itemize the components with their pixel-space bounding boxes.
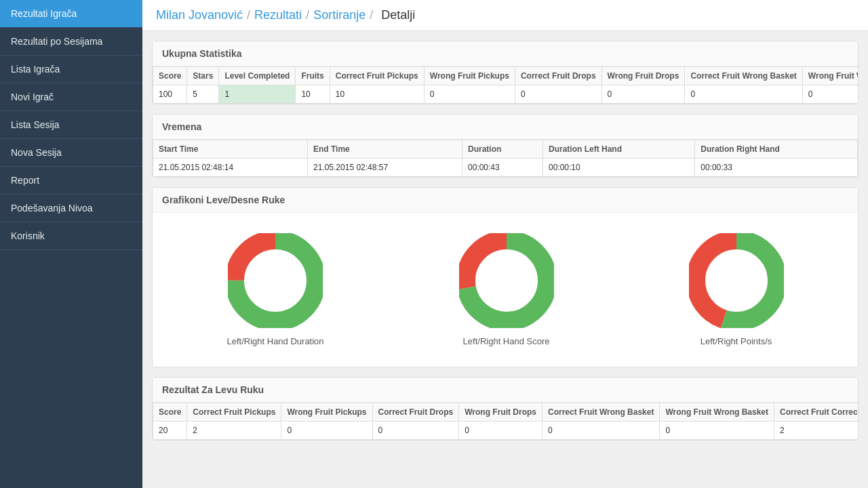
table-cell: 0	[660, 422, 774, 440]
breadcrumb: Milan Jovanović/Rezultati/Sortiranje/Det…	[142, 0, 868, 31]
chart-item: Left/Right Hand Score	[459, 233, 554, 346]
table-cell: 20	[153, 422, 187, 440]
sidebar-item-korisnik[interactable]: Korisnik	[0, 222, 142, 250]
col-header: Wrong Fruit Wrong Basket	[802, 67, 858, 85]
table-cell: 1	[219, 85, 296, 104]
table-cell: 21.05.2015 02:48:14	[153, 159, 308, 177]
table-cell: 10	[330, 85, 424, 104]
col-header: Wrong Fruit Drops	[459, 403, 542, 422]
table-cell: 0	[685, 85, 802, 104]
sidebar-item-nova-sesija[interactable]: Nova Sesija	[0, 139, 142, 167]
breadcrumb-separator: /	[247, 8, 250, 22]
table-cell: 0	[372, 422, 459, 440]
col-header: Correct Fruit Wrong Basket	[542, 403, 659, 422]
sidebar: Rezultati IgračaRezultati po SesijamaLis…	[0, 0, 142, 488]
table-cell: 0	[802, 85, 858, 104]
leva-ruka-table: ScoreCorrect Fruit PickupsWrong Fruit Pi…	[153, 403, 858, 440]
ukupna-statistika-section: Ukupna Statistika ScoreStarsLevel Comple…	[152, 41, 859, 104]
chart-label: Left/Right Hand Duration	[226, 336, 323, 346]
col-header: Duration	[462, 140, 543, 159]
col-header: Wrong Fruit Drops	[601, 67, 685, 85]
col-header: Correct Fruit Drops	[515, 67, 601, 85]
vremena-section: Vremena Start TimeEnd TimeDurationDurati…	[152, 114, 859, 178]
table-cell: 00:00:43	[462, 159, 543, 177]
grafikoni-title: Grafikoni Leve/Desne Ruke	[153, 188, 858, 213]
chart-label: Left/Right Points/s	[701, 336, 772, 346]
col-header: Fruits	[296, 67, 330, 85]
chart-label: Left/Right Hand Score	[463, 336, 550, 346]
grafikoni-section: Grafikoni Leve/Desne Ruke Left/Right Han…	[152, 187, 859, 367]
col-header: Start Time	[153, 140, 308, 159]
table-cell: 2	[187, 422, 281, 440]
donut-chart	[228, 233, 323, 328]
breadcrumb-link-1[interactable]: Rezultati	[254, 8, 302, 22]
donut-hole	[482, 256, 531, 305]
table-cell: 0	[424, 85, 515, 104]
donut-chart	[689, 233, 784, 328]
breadcrumb-link-2[interactable]: Sortiranje	[313, 8, 366, 22]
col-header: Correct Fruit Wrong Basket	[685, 67, 802, 85]
table-row: 21.05.2015 02:48:1421.05.2015 02:48:5700…	[153, 159, 858, 177]
donut-chart	[459, 233, 554, 328]
col-header: Correct Fruit Pickups	[330, 67, 424, 85]
col-header: Score	[153, 67, 187, 85]
vremena-title: Vremena	[153, 115, 858, 140]
col-header: Level Completed	[219, 67, 296, 85]
table-cell: 100	[153, 85, 187, 104]
breadcrumb-current: Detalji	[381, 8, 415, 22]
sidebar-item-novi-igrac[interactable]: Novi Igrač	[0, 83, 142, 111]
table-cell: 0	[515, 85, 601, 104]
table-cell: 0	[601, 85, 685, 104]
main-content: Milan Jovanović/Rezultati/Sortiranje/Det…	[142, 0, 868, 488]
table-cell: 10	[296, 85, 330, 104]
table-cell: 0	[459, 422, 542, 440]
ukupna-statistika-title: Ukupna Statistika	[153, 41, 858, 66]
donut-hole	[251, 256, 300, 305]
table-row: 202000002	[153, 422, 859, 440]
breadcrumb-separator: /	[370, 8, 373, 22]
table-cell: 0	[542, 422, 659, 440]
table-cell: 00:00:33	[695, 159, 858, 177]
breadcrumb-link-0[interactable]: Milan Jovanović	[156, 8, 243, 22]
sidebar-item-podesavanja-nivoa[interactable]: Podešavanja Nivoa	[0, 195, 142, 222]
table-cell: 00:00:10	[543, 159, 695, 177]
col-header: Wrong Fruit Pickups	[281, 403, 372, 422]
col-header: Wrong Fruit Pickups	[424, 67, 515, 85]
col-header: Stars	[187, 67, 219, 85]
col-header: Correct Fruit Correct Basket	[774, 403, 858, 422]
col-header: Correct Fruit Pickups	[187, 403, 281, 422]
sidebar-item-rezultati-po-sesijama[interactable]: Rezultati po Sesijama	[0, 28, 142, 56]
sidebar-item-rezultati-igraca[interactable]: Rezultati Igrača	[0, 0, 142, 28]
table-cell: 5	[187, 85, 219, 104]
table-cell: 21.05.2015 02:48:57	[308, 159, 462, 177]
leva-ruka-section: Rezultat Za Levu Ruku ScoreCorrect Fruit…	[152, 377, 859, 441]
table-cell: 0	[281, 422, 372, 440]
leva-ruka-title: Rezultat Za Levu Ruku	[153, 378, 858, 403]
col-header: Duration Right Hand	[695, 140, 858, 159]
sidebar-item-lista-igraca[interactable]: Lista Igrača	[0, 56, 142, 83]
col-header: Correct Fruit Drops	[372, 403, 459, 422]
col-header: Wrong Fruit Wrong Basket	[660, 403, 774, 422]
sidebar-item-report[interactable]: Report	[0, 167, 142, 195]
col-header: Score	[153, 403, 187, 422]
donut-hole	[712, 256, 761, 305]
charts-container: Left/Right Hand DurationLeft/Right Hand …	[153, 213, 858, 367]
ukupna-statistika-table: ScoreStarsLevel CompletedFruitsCorrect F…	[153, 66, 858, 104]
table-cell: 2	[774, 422, 858, 440]
col-header: Duration Left Hand	[543, 140, 695, 159]
chart-item: Left/Right Points/s	[689, 233, 784, 346]
table-row: 1005110100000010	[153, 85, 859, 104]
chart-item: Left/Right Hand Duration	[226, 233, 323, 346]
breadcrumb-separator: /	[306, 8, 309, 22]
col-header: End Time	[308, 140, 462, 159]
sidebar-item-lista-sesija[interactable]: Lista Sesija	[0, 111, 142, 139]
vremena-table: Start TimeEnd TimeDurationDuration Left …	[153, 140, 858, 177]
